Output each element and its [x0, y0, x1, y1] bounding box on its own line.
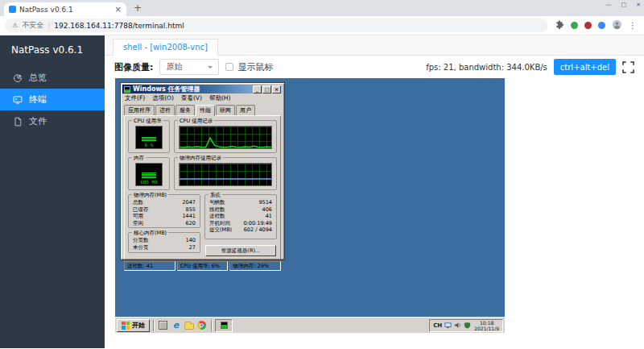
- show-cursor-label: 显示鼠标: [237, 61, 273, 73]
- windows-taskbar[interactable]: 开始 e CH 10:18 20: [115, 317, 505, 333]
- language-indicator[interactable]: CH: [433, 322, 442, 329]
- address-url: 192.168.164.11:7788/terminal.html: [54, 22, 184, 30]
- kernel-memory-group: 核心内存(MB) 分页数140 未分页27: [128, 232, 200, 253]
- tab-favicon-icon: [9, 6, 16, 13]
- address-divider: |: [47, 22, 50, 30]
- sidebar-item-files[interactable]: 文件: [0, 110, 105, 132]
- taskmgr-tabs: 应用程序 进程 服务 性能 联网 用户: [121, 102, 284, 115]
- sidebar-item-label: 总览: [29, 72, 47, 84]
- browser-menu-icon[interactable]: ⋮: [629, 21, 637, 30]
- sidebar-item-label: 终端: [29, 93, 47, 106]
- taskmgr-window[interactable]: Windows 任务管理器 _ □ × 文件(F) 选项(O) 查看(V) 帮助…: [120, 82, 285, 260]
- system-group: 系统 句柄数9514 线程数406 进程数41 开机时间0:00:19:49 提…: [204, 194, 277, 239]
- memory-history-group: 物理内存使用记录: [174, 157, 277, 190]
- menu-view[interactable]: 查看(V): [181, 94, 202, 102]
- fullscreen-button[interactable]: [622, 61, 634, 73]
- session-tab-shell[interactable]: shell - [win2008-vnc]: [113, 39, 218, 56]
- fullscreen-icon: [622, 61, 634, 73]
- volume-icon[interactable]: [454, 322, 461, 329]
- session-controls: 图像质量: 原始 显示鼠标 fps: 21, bandwidth: 344.0K…: [105, 56, 644, 78]
- taskmgr-mini-icon: [221, 322, 228, 329]
- cpu-gauge: 6 %: [135, 126, 163, 149]
- menu-options[interactable]: 选项(O): [152, 94, 174, 102]
- tab-services[interactable]: 服务: [175, 105, 195, 115]
- tab-applications[interactable]: 应用程序: [124, 105, 155, 115]
- sidebar-item-label: 文件: [29, 115, 47, 127]
- dashboard-icon: [13, 73, 23, 83]
- window-close-button[interactable]: ✕: [636, 2, 641, 8]
- start-button[interactable]: 开始: [117, 319, 150, 332]
- menu-file[interactable]: 文件(F): [125, 94, 145, 102]
- menu-help[interactable]: 帮助(H): [209, 94, 231, 102]
- new-tab-button[interactable]: +: [131, 2, 144, 15]
- explorer-folder-icon[interactable]: [184, 320, 194, 330]
- browser-toolbar: ⚠ 不安全 | 192.168.164.11:7788/terminal.htm…: [0, 16, 644, 35]
- file-icon: [13, 117, 23, 127]
- quick-launch: e: [157, 320, 208, 330]
- memory-gauge: 605 MB: [135, 163, 163, 186]
- tab-performance[interactable]: 性能: [196, 105, 215, 116]
- cpu-gauge-value: 6 %: [136, 142, 162, 147]
- tab-processes[interactable]: 进程: [155, 105, 175, 115]
- chrome-icon[interactable]: [196, 320, 207, 330]
- app-brand: NatPass v0.6.1: [0, 35, 105, 67]
- taskmgr-titlebar[interactable]: Windows 任务管理器 _ □ ×: [122, 85, 283, 93]
- show-cursor-checkbox[interactable]: 显示鼠标: [225, 61, 273, 73]
- cpu-usage-group: CPU 使用率 6 %: [128, 120, 170, 153]
- security-shield-icon[interactable]: [464, 322, 471, 329]
- start-label: 开始: [132, 321, 145, 330]
- chevron-down-icon: [208, 66, 213, 71]
- taskmgr-title: Windows 任务管理器: [133, 85, 250, 93]
- address-bar[interactable]: ⚠ 不安全 | 192.168.164.11:7788/terminal.htm…: [5, 19, 548, 32]
- quality-label: 图像质量:: [114, 61, 153, 73]
- clock-date: 2021/11/9: [474, 326, 499, 331]
- extension-red-icon[interactable]: [584, 22, 592, 29]
- quality-selected-value: 原始: [166, 61, 182, 73]
- natpass-app: NatPass v0.6.1 总览 终端 文件 shell - [win2008…: [0, 35, 644, 348]
- status-physical-memory: 物理内存: 29%: [229, 261, 281, 271]
- internet-explorer-icon[interactable]: e: [171, 320, 181, 330]
- tab-close-icon[interactable]: ×: [115, 6, 122, 14]
- cpu-history-graph: [179, 126, 272, 149]
- security-warning-icon[interactable]: ⚠: [12, 22, 18, 29]
- window-controls: — ▢ ✕: [606, 2, 642, 8]
- remote-desktop-canvas[interactable]: Windows 任务管理器 _ □ × 文件(F) 选项(O) 查看(V) 帮助…: [115, 78, 505, 333]
- window-minimize-button[interactable]: —: [606, 2, 612, 8]
- extension-green-icon[interactable]: [571, 22, 578, 29]
- sidebar: NatPass v0.6.1 总览 终端 文件: [0, 35, 105, 348]
- system-tray[interactable]: CH 10:18 2021/11/9: [429, 319, 503, 332]
- browser-actions: ⋮: [555, 18, 639, 33]
- memory-gauge-group: 内存 605 MB: [128, 157, 170, 190]
- ctrl-alt-del-button[interactable]: ctrl+alt+del: [554, 59, 616, 75]
- extension-blue-icon[interactable]: [598, 22, 605, 29]
- sidebar-item-overview[interactable]: 总览: [0, 67, 105, 89]
- taskbar-clock[interactable]: 10:18 2021/11/9: [473, 320, 499, 331]
- window-maximize-button[interactable]: ▢: [621, 2, 627, 8]
- browser-tab[interactable]: NatPass v0.6.1 ×: [4, 2, 126, 16]
- taskmgr-close-button[interactable]: ×: [272, 85, 281, 93]
- windows-flag-icon: [122, 322, 130, 330]
- cpu-history-group: CPU 使用记录: [174, 120, 277, 153]
- clock-time: 10:18: [474, 320, 499, 326]
- tab-users[interactable]: 用户: [236, 105, 255, 115]
- taskmgr-app-icon: [124, 86, 130, 93]
- profile-avatar[interactable]: [612, 18, 622, 33]
- terminal-icon: [13, 95, 23, 105]
- status-cpu-usage: CPU 使用率: 6%: [177, 261, 229, 271]
- taskmgr-minimize-button[interactable]: _: [253, 85, 262, 93]
- network-icon[interactable]: [444, 322, 452, 329]
- taskmgr-maximize-button[interactable]: □: [262, 85, 271, 93]
- memory-gauge-value: 605 MB: [136, 179, 162, 185]
- sidebar-item-terminal[interactable]: 终端: [0, 89, 105, 110]
- taskmgr-statusbar: 进程数: 41 CPU 使用率: 6% 物理内存: 29%: [124, 261, 281, 271]
- browser-tabstrip: NatPass v0.6.1 × + — ▢ ✕: [0, 0, 644, 16]
- resource-monitor-button[interactable]: 资源监视器(R)...: [205, 245, 276, 256]
- extensions-puzzle-icon[interactable]: [555, 18, 564, 33]
- checkbox-box[interactable]: [225, 63, 233, 71]
- server-manager-icon[interactable]: [158, 320, 168, 330]
- taskbar-taskmgr-button[interactable]: [215, 319, 233, 332]
- tab-networking[interactable]: 联网: [216, 105, 235, 115]
- session-tabbar: shell - [win2008-vnc]: [105, 35, 644, 56]
- physical-memory-group: 物理内存(MB) 总数2047 已缓存855 可用1441 空闲620: [128, 194, 200, 228]
- quality-select[interactable]: 原始: [159, 59, 219, 75]
